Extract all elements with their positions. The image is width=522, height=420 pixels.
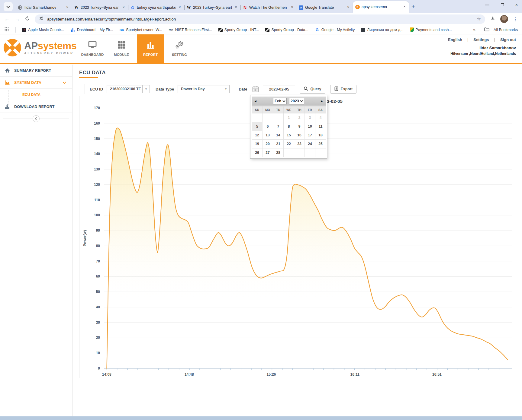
maximize-icon[interactable] [501, 3, 504, 6]
tab-close-icon[interactable]: × [290, 5, 295, 10]
svg-text:30: 30 [96, 320, 100, 325]
calendar-day[interactable]: 25 [315, 139, 326, 148]
nav-item-module[interactable]: MODULE [108, 34, 135, 63]
calendar-next-button[interactable]: ► [319, 99, 324, 103]
apsystems-logo[interactable]: APsystems ALTENERGY POWER [4, 39, 76, 56]
calendar-day[interactable]: 27 [262, 148, 273, 157]
tab-close-icon[interactable]: × [121, 5, 126, 10]
sporty-group-icon [265, 28, 269, 32]
data-type-select[interactable]: Power in Day ▼ [178, 85, 230, 93]
bookmark-item[interactable]: BRSportybet owner: W... [119, 27, 162, 32]
calendar-day[interactable]: 3 [304, 113, 315, 122]
browser-tab[interactable]: G turkey syria earthquake af × [128, 2, 184, 13]
calendar-day[interactable]: 18 [315, 131, 326, 139]
calendar-day[interactable]: 10 [304, 122, 315, 131]
tab-close-icon[interactable]: × [402, 5, 407, 9]
new-tab-button[interactable]: + [411, 3, 415, 10]
bookmark-item[interactable]: Sporty Group - INT... [218, 28, 259, 32]
calendar-day[interactable]: 23 [294, 139, 304, 148]
calendar-day[interactable]: 4 [315, 113, 326, 122]
export-button[interactable]: Export [330, 85, 357, 94]
bookmark-item[interactable]: Sporty Group - Data... [265, 28, 308, 32]
sidebar-item-summary-report[interactable]: SUMMARY REPORT [0, 65, 72, 77]
browser-tab[interactable]: N Watch The Gentlemen | N × [240, 2, 297, 13]
settings-link[interactable]: Settings [473, 37, 489, 42]
sidebar-item-system-data[interactable]: SYSTEM DATA [0, 77, 72, 89]
calendar-day[interactable]: 5 [252, 122, 262, 131]
calendar-day[interactable]: 14 [273, 131, 283, 139]
chevron-down-icon[interactable]: ▼ [222, 85, 229, 93]
calendar-day[interactable]: 16 [294, 131, 304, 139]
minimize-icon[interactable]: — [485, 2, 489, 7]
profile-avatar[interactable] [500, 15, 508, 23]
browser-tab-active[interactable]: × apsystemsema × [353, 1, 409, 13]
reload-icon[interactable] [25, 16, 30, 22]
download-icon[interactable] [490, 16, 495, 22]
bookmark-star-icon[interactable]: ☆ [477, 16, 481, 22]
bookmark-item[interactable]: ♪Apple Music Countr... [22, 28, 64, 32]
tab-search-button[interactable] [4, 2, 13, 11]
query-button[interactable]: Query [300, 85, 325, 94]
calendar-day[interactable]: 21 [273, 139, 283, 148]
browser-tab[interactable]: W 2023 Turkey–Syria earthq × [184, 2, 240, 13]
nav-item-dashboard[interactable]: DASHBOARD [79, 34, 106, 63]
bookmark-item[interactable]: GGoogle - My Activity [315, 27, 355, 32]
calendar-day[interactable]: 7 [273, 122, 283, 131]
calendar-day[interactable]: 13 [262, 131, 273, 139]
ecu-id-select[interactable]: 216300032106 TF... ▼ [107, 85, 150, 93]
bookmarks-overflow-icon[interactable]: » [473, 27, 475, 32]
close-icon[interactable]: × [515, 2, 518, 7]
nav-item-setting[interactable]: SETTING [166, 34, 193, 63]
calendar-day[interactable]: 6 [262, 122, 273, 131]
tab-close-icon[interactable]: × [65, 5, 70, 10]
tab-title: 2023 Turkey–Syria earthq [193, 5, 232, 10]
calendar-day[interactable]: 12 [252, 131, 262, 139]
calendar-day-empty [262, 113, 273, 122]
browser-tab[interactable]: W 2023 Turkey–Syria earthqu × [72, 2, 128, 13]
site-info-icon[interactable] [39, 16, 44, 22]
calendar-month-select[interactable]: Feb [273, 98, 287, 104]
address-bar[interactable]: apsystemsema.com/ema/security/optmainmen… [35, 14, 485, 24]
calendar-day[interactable]: 24 [304, 139, 315, 148]
all-bookmarks-button[interactable]: All Bookmarks [494, 28, 518, 32]
calendar-day[interactable]: 17 [304, 131, 315, 139]
sidebar-item-download-report[interactable]: DOWNLOAD REPORT [0, 101, 72, 113]
calendar-day[interactable]: 28 [273, 148, 283, 157]
language-link[interactable]: English [448, 37, 462, 42]
calendar-day[interactable]: 15 [283, 131, 294, 139]
browser-tab[interactable]: A Google Translate × [297, 2, 353, 13]
bookmark-item[interactable]: Лицензия на дом д... [361, 28, 403, 32]
calendar-day[interactable]: 26 [252, 148, 262, 157]
date-input[interactable]: 2023-02-05 [263, 85, 295, 93]
bottom-scrollbar[interactable] [0, 416, 522, 420]
apps-grid-icon[interactable] [4, 27, 9, 33]
bookmark-item[interactable]: NISTNIST Releases First... [169, 27, 212, 32]
back-icon[interactable]: ← [4, 16, 10, 22]
nav-item-report[interactable]: REPORT [137, 34, 164, 63]
bookmark-item[interactable]: Dashboard – My Fir... [70, 27, 113, 32]
forward-icon[interactable]: → [14, 16, 20, 22]
tab-close-icon[interactable]: × [234, 5, 238, 10]
calendar-day[interactable]: 11 [315, 122, 326, 131]
bookmark-item[interactable]: Payments and cash... [410, 27, 452, 32]
calendar-day[interactable]: 1 [283, 113, 294, 122]
calendar-year-select[interactable]: 2023 [289, 98, 304, 104]
chevron-down-icon [63, 80, 66, 84]
area-chart-icon [4, 80, 10, 85]
tab-close-icon[interactable]: × [177, 5, 182, 10]
menu-kebab-icon[interactable]: ⋮ [513, 16, 518, 22]
browser-tab[interactable]: Ildar Samarkhanov × [16, 2, 72, 13]
calendar-day[interactable]: 20 [262, 139, 273, 148]
globe-favicon [18, 5, 23, 10]
signout-link[interactable]: Sign out [500, 37, 516, 42]
tab-close-icon[interactable]: × [346, 5, 351, 10]
chevron-down-icon[interactable]: ▼ [142, 85, 150, 93]
calendar-day[interactable]: 8 [283, 122, 294, 131]
sidebar-collapse-button[interactable] [33, 115, 40, 122]
calendar-day[interactable]: 19 [252, 139, 262, 148]
calendar-day[interactable]: 22 [283, 139, 294, 148]
calendar-day[interactable]: 2 [294, 113, 304, 122]
calendar-icon[interactable] [252, 85, 259, 93]
calendar-day[interactable]: 9 [294, 122, 304, 131]
calendar-prev-button[interactable]: ◄ [254, 99, 258, 103]
